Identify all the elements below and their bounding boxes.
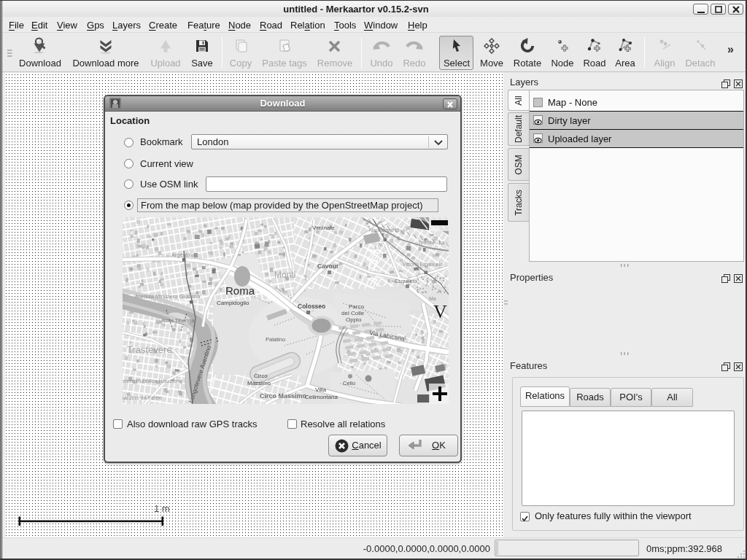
svg-text:iardino da Feltre: iardino da Feltre bbox=[123, 394, 162, 401]
svg-text:Massimo: Massimo bbox=[247, 380, 271, 386]
svg-text:1 m: 1 m bbox=[154, 503, 170, 514]
svg-text:Colosseo: Colosseo bbox=[298, 303, 325, 310]
svg-text:Palatino: Palatino bbox=[266, 336, 285, 343]
svg-text:Trastevere: Trastevere bbox=[127, 344, 172, 355]
svg-text:Roma: Roma bbox=[225, 284, 255, 297]
svg-text:Celimontana: Celimontana bbox=[305, 394, 338, 400]
svg-text:Villa: Villa bbox=[315, 386, 327, 393]
svg-text:del Colle: del Colle bbox=[341, 310, 365, 316]
svg-text:Viminale: Viminale bbox=[312, 225, 335, 231]
svg-text:Vittorio Emanuele: Vittorio Emanuele bbox=[403, 262, 443, 267]
svg-text:Termini - La: Termini - La bbox=[418, 240, 445, 245]
svg-text:Argentina: Argentina bbox=[171, 252, 196, 258]
svg-text:Parco: Parco bbox=[349, 303, 364, 310]
svg-text:Isola Tiberina: Isola Tiberina bbox=[162, 317, 195, 324]
svg-text:stero Pubblica Istruzione: stero Pubblica Istruzione bbox=[123, 378, 182, 384]
svg-text:Campidoglio: Campidoglio bbox=[217, 300, 249, 306]
svg-text:Oppio: Oppio bbox=[346, 316, 362, 323]
svg-text:Circo: Circo bbox=[254, 373, 268, 379]
svg-text:V: V bbox=[433, 301, 447, 322]
svg-text:Monti: Monti bbox=[274, 270, 295, 280]
svg-text:Circo Massimo: Circo Massimo bbox=[260, 392, 307, 400]
svg-text:Celio: Celio bbox=[343, 380, 355, 386]
svg-text:Ma: Ma bbox=[429, 296, 436, 301]
svg-text:Esquilino: Esquilino bbox=[395, 278, 417, 284]
svg-text:Arenula Ministero Giustizia: Arenula Ministero Giustizia bbox=[135, 293, 201, 300]
svg-text:Napoleone III: Napoleone III bbox=[369, 228, 400, 233]
svg-text:Cavour: Cavour bbox=[317, 262, 339, 270]
